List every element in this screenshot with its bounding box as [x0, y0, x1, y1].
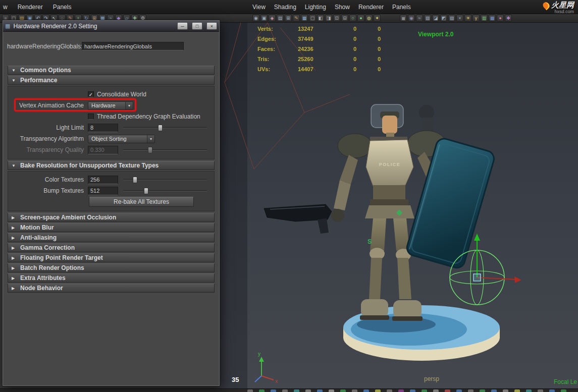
poly-cube-icon[interactable]: ▩: [489, 15, 496, 22]
section-bake-resolution[interactable]: ▼ Bake Resolution for Unsupported Textur…: [8, 161, 215, 170]
shelf-icon[interactable]: [352, 389, 357, 392]
shelf-icon[interactable]: [445, 389, 450, 392]
light-limit-field[interactable]: 8: [88, 124, 118, 132]
section-floating-point-render-target[interactable]: ▶ Floating Point Render Target: [8, 253, 215, 262]
film-gate-icon[interactable]: ▢: [309, 15, 316, 22]
wireframe-mode-icon[interactable]: ○: [349, 15, 356, 22]
lights-icon[interactable]: ✦: [374, 15, 381, 22]
section-screen-space-ambient-occlusion[interactable]: ▶ Screen-space Ambient Occlusion: [8, 213, 215, 222]
shelf-icon[interactable]: [410, 389, 415, 392]
section-extra-attributes[interactable]: ▶ Extra Attributes: [8, 273, 215, 283]
grid-icon[interactable]: ▦: [301, 15, 308, 22]
shelf-icon[interactable]: [363, 389, 369, 392]
chevron-down-icon[interactable]: ▾: [125, 102, 133, 109]
section-anti-aliasing[interactable]: ▶ Anti-aliasing: [8, 233, 215, 242]
shelf-icon[interactable]: [549, 389, 555, 392]
material-ball-icon[interactable]: ●: [497, 15, 504, 22]
shelf-icon[interactable]: [294, 389, 299, 392]
shelf-icon[interactable]: [526, 389, 532, 392]
shelf-icon[interactable]: [282, 389, 288, 392]
paint-effects-icon[interactable]: ❖: [505, 15, 512, 22]
shelf-icon[interactable]: [561, 389, 566, 392]
maximize-button[interactable]: □: [192, 22, 202, 30]
grease-pencil-icon[interactable]: ✎: [293, 15, 300, 22]
shelf-icon[interactable]: [468, 389, 474, 392]
center-handle[interactable]: [474, 274, 481, 281]
shaded-mode-icon[interactable]: ●: [357, 15, 364, 22]
shelf-icon[interactable]: [247, 389, 253, 392]
consolidate-world-checkbox[interactable]: ✓: [88, 91, 94, 97]
vertex-animation-cache-dropdown[interactable]: Hardware ▾: [88, 101, 133, 110]
shelf-icon[interactable]: [317, 389, 323, 392]
shelf-icon[interactable]: [456, 389, 462, 392]
isolate-select-icon[interactable]: ◩: [440, 15, 447, 22]
rebake-all-textures-button[interactable]: Re-bake All Textures: [89, 197, 194, 207]
shelf-icon[interactable]: [340, 389, 346, 392]
select-camera-icon[interactable]: ◉: [252, 15, 259, 22]
bump-textures-field[interactable]: 512: [88, 187, 118, 195]
motion-blur-icon[interactable]: ≈: [416, 15, 423, 22]
bump-textures-slider[interactable]: [123, 187, 207, 195]
multisample-icon[interactable]: ▨: [424, 15, 431, 22]
shelf-icon[interactable]: [329, 389, 334, 392]
x-axis-handle[interactable]: [477, 277, 515, 279]
gate-mask-icon[interactable]: ◨: [325, 15, 332, 22]
menu-show[interactable]: Show: [335, 4, 350, 11]
joints-xray-icon[interactable]: ×: [456, 15, 463, 22]
section-motion-blur[interactable]: ▶ Motion Blur: [8, 223, 215, 232]
shelf-icon[interactable]: [271, 389, 276, 392]
safe-action-icon[interactable]: ⊡: [333, 15, 340, 22]
depth-peel-icon[interactable]: ◪: [432, 15, 439, 22]
bookmark-icon[interactable]: ◈: [269, 15, 276, 22]
globals-field[interactable]: hardwareRenderingGlobals: [82, 42, 184, 50]
section-common-options[interactable]: ▼ Common Options: [8, 66, 215, 75]
safe-title-icon[interactable]: ⊟: [341, 15, 348, 22]
light-limit-slider[interactable]: [123, 124, 207, 132]
image-plane-icon[interactable]: ▤: [277, 15, 284, 22]
dialog-titlebar[interactable]: ▦ Hardware Renderer 2.0 Setting ─ □ ×: [3, 21, 219, 32]
shelf-icon[interactable]: [398, 389, 404, 392]
shelf-icon[interactable]: [433, 389, 439, 392]
shelf-icon[interactable]: [259, 389, 265, 392]
transparency-algorithm-dropdown[interactable]: Object Sorting ▾: [88, 135, 155, 143]
menu-shading[interactable]: Shading: [274, 4, 296, 11]
shelf-icon[interactable]: [538, 389, 543, 392]
menu-panels-panel[interactable]: Panels: [392, 4, 411, 11]
resolution-gate-icon[interactable]: ◧: [317, 15, 324, 22]
gamma-icon[interactable]: γ: [472, 15, 480, 22]
slider-handle[interactable]: [133, 177, 137, 183]
exposure-icon[interactable]: ☀: [464, 15, 471, 22]
section-node-behavior[interactable]: ▶ Node Behavior: [8, 284, 215, 293]
menu-panels[interactable]: Panels: [53, 4, 72, 11]
slider-handle[interactable]: [144, 188, 148, 194]
camera-attributes-icon[interactable]: ▣: [260, 15, 268, 22]
pan-zoom-icon[interactable]: ⊞: [285, 15, 292, 22]
color-textures-slider[interactable]: [123, 176, 207, 184]
shelf-icon[interactable]: [503, 389, 508, 392]
menu-view[interactable]: View: [252, 4, 266, 11]
shelf-icon[interactable]: [375, 389, 381, 392]
shelf-icon[interactable]: [305, 389, 311, 392]
section-gamma-correction[interactable]: ▶ Gamma Correction: [8, 243, 215, 252]
thread-dependency-checkbox[interactable]: [88, 114, 94, 120]
minimize-button[interactable]: ─: [177, 22, 188, 30]
menu-window[interactable]: w: [3, 4, 8, 11]
section-performance[interactable]: ▼ Performance: [8, 76, 215, 85]
menu-renderer[interactable]: Renderer: [18, 4, 43, 11]
perspective-viewport[interactable]: POLICE S: [220, 23, 578, 388]
close-button[interactable]: ×: [206, 22, 217, 30]
view-cube-icon[interactable]: ▥: [481, 15, 488, 22]
shelf-icon[interactable]: [491, 389, 497, 392]
color-textures-field[interactable]: 256: [88, 176, 118, 184]
xray-icon[interactable]: ▧: [448, 15, 455, 22]
screen-ao-icon[interactable]: ◉: [408, 15, 415, 22]
shelf-icon[interactable]: [422, 389, 427, 392]
shadows-icon[interactable]: ◼: [400, 15, 407, 22]
menu-lighting[interactable]: Lighting: [305, 4, 326, 11]
menu-renderer-panel[interactable]: Renderer: [358, 4, 384, 11]
section-batch-render-options[interactable]: ▶ Batch Render Options: [8, 263, 215, 272]
character-model[interactable]: POLICE S: [264, 104, 496, 321]
slider-handle[interactable]: [158, 125, 163, 131]
shelf-icon[interactable]: [387, 389, 392, 392]
shelf-icon[interactable]: [480, 389, 485, 392]
